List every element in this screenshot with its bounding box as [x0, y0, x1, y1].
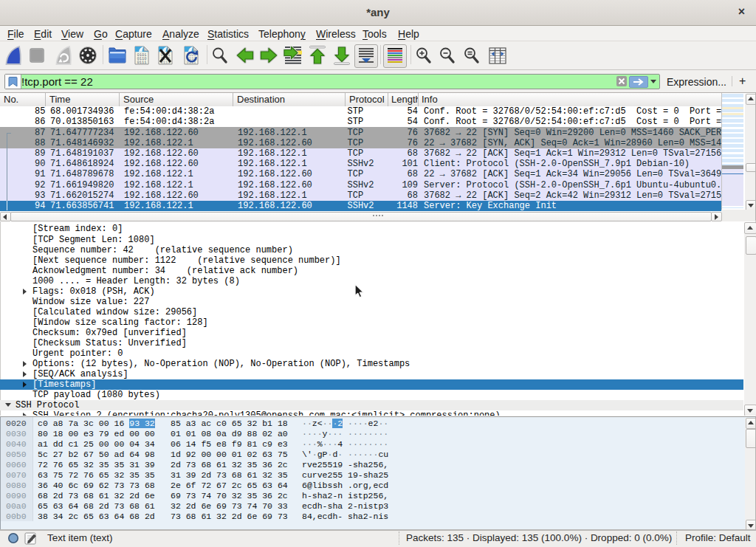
svg-text:0111: 0111 [137, 61, 147, 65]
